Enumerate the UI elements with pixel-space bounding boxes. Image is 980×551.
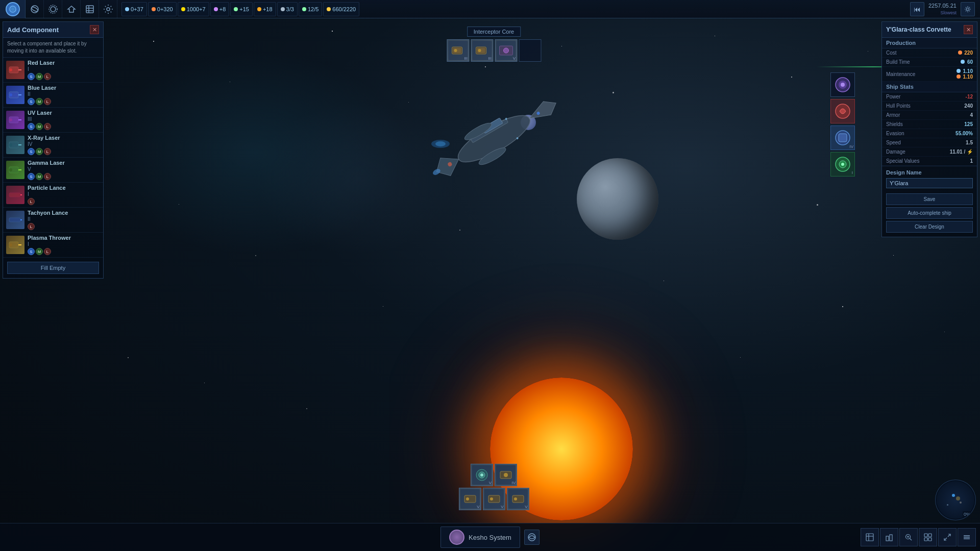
system-map-button[interactable] [524,530,540,545]
city-view-button[interactable] [880,528,898,546]
layout-button[interactable] [919,528,937,546]
side-icon-4[interactable]: I [830,152,855,177]
resource-minerals: 0+320 [148,2,177,16]
menu-button[interactable] [958,528,976,546]
clear-design-button[interactable]: Clear Design [886,221,973,233]
resource-unity: +18 [254,2,276,16]
weapon-slot-1[interactable]: III [447,39,469,62]
weapon-slot-2[interactable]: III [471,39,493,62]
design-name-input[interactable] [886,178,973,188]
pop-value: +15 [239,6,249,12]
svg-point-4 [51,7,56,12]
svg-point-58 [841,83,845,87]
weapon-slot-4-empty[interactable] [519,39,541,62]
svg-rect-89 [928,538,932,541]
badge-s-gamma: S [28,173,35,180]
minimap[interactable]: 0% [935,480,976,520]
auto-complete-button[interactable]: Auto-complete ship [886,207,973,219]
design-name-section: Design Name [882,166,977,191]
minimap-percent: 0% [963,511,971,517]
power-row: Power -12 [882,92,977,102]
badge-l-uv: L [44,123,51,130]
empire-icon[interactable] [0,0,26,18]
component-gamma-laser[interactable]: Gamma Laser V S M L [3,158,103,183]
bottom-slot-5[interactable]: V [507,488,529,510]
energy-value: 0+37 [131,6,143,12]
maintenance-row: Maintenance 1.10 1.10 [882,67,977,82]
nav-fleet[interactable] [62,0,81,18]
component-list: Red Laser I S M L Blue Laser II [3,58,103,258]
zoom-button[interactable] [899,528,918,546]
speed-value: 1.5 [966,140,973,145]
component-tachyon-lance[interactable]: Tachyon Lance II L [3,208,103,233]
armor-value: 4 [970,112,973,118]
side-icon-2[interactable] [830,99,855,123]
plasma-thrower-icon [6,236,24,254]
resource-pop2: 12/5 [299,2,322,16]
shields-value: 125 [964,121,973,127]
resource-energy: 0+37 [121,2,147,16]
component-xray-laser[interactable]: X-Ray Laser IV S M L [3,133,103,158]
particle-lance-info: Particle Lance I L [28,185,100,205]
badge-s-uv: S [28,123,35,130]
cost-label: Cost [886,50,897,56]
red-laser-info: Red Laser I S M L [28,60,100,80]
component-blue-laser[interactable]: Blue Laser II S M L [3,83,103,108]
component-plasma-thrower[interactable]: Plasma Thrower I S M L [3,233,103,258]
special-row: Special Values 1 [882,157,977,166]
bottom-slot-3[interactable]: V [459,488,481,510]
unity-dot [257,7,261,11]
consumer-dot [214,7,218,11]
nav-galaxy[interactable] [26,0,44,18]
unity-value: +18 [263,6,273,12]
bottom-bar: Kesho System [0,523,980,551]
nav-tech[interactable] [99,0,117,18]
nav-planets[interactable] [44,0,62,18]
badge-m-plasma: M [36,248,43,255]
weapon-slot-3[interactable]: V [495,39,517,62]
svg-point-1 [11,8,14,11]
svg-rect-61 [839,134,847,142]
expand-button[interactable] [938,528,957,546]
xray-laser-icon [6,136,24,154]
system-name: Kesho System [469,534,511,541]
settings-icon[interactable] [961,2,975,16]
maintenance-values: 1.10 1.10 [957,68,973,80]
component-uv-laser[interactable]: UV Laser III S M L [3,108,103,133]
bottom-slot-1-label: V [489,481,492,485]
component-particle-lance[interactable]: Particle Lance I L [3,183,103,208]
nav-icons [26,0,117,18]
blue-laser-tier: II [28,91,100,97]
prev-button[interactable]: ⏮ [910,2,924,16]
badge-l-blue: L [44,98,51,105]
armor-row: Armor 4 [882,111,977,120]
special-label: Special Values [886,158,919,164]
slot-3-label: V [513,56,516,61]
design-name-label: Design Name [886,169,973,176]
particle-lance-sizes: L [28,198,100,205]
tachyon-lance-info: Tachyon Lance II L [28,210,100,230]
close-stats-button[interactable]: ✕ [964,25,973,34]
bottom-slot-5-label: V [525,505,527,509]
bottom-slot-1[interactable]: V [471,464,493,486]
fill-empty-button[interactable]: Fill Empty [7,262,99,274]
bottom-slot-2[interactable]: IV [495,464,517,486]
component-red-laser[interactable]: Red Laser I S M L [3,58,103,83]
build-time-label: Build Time [886,59,910,65]
production-section-title: Production [882,38,977,48]
top-weapon-slots: III III V [447,39,541,62]
save-button[interactable]: Save [886,193,973,205]
close-panel-button[interactable]: ✕ [90,25,99,34]
svg-rect-29 [9,218,20,222]
nav-map[interactable] [81,0,99,18]
minerals-value: 0+320 [157,6,173,12]
bottom-slot-4[interactable]: V [483,488,505,510]
speed-value: Slowest [928,10,957,16]
xray-laser-info: X-Ray Laser IV S M L [28,135,100,155]
svg-point-20 [9,118,12,121]
svg-point-10 [107,8,110,11]
side-icon-3[interactable]: IV [830,126,855,150]
side-icon-1[interactable] [830,72,855,97]
ship-visual [402,62,586,215]
map-view-button[interactable] [861,528,879,546]
